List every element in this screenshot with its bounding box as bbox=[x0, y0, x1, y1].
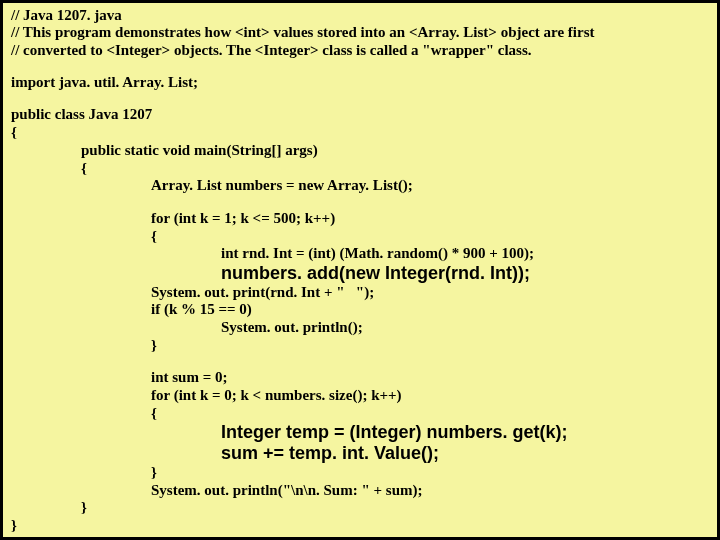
numbers-add-line: numbers. add(new Integer(rnd. Int)); bbox=[11, 263, 709, 284]
class-open-brace: { bbox=[11, 124, 709, 142]
sum-plus-line: sum += temp. int. Value(); bbox=[11, 443, 709, 464]
main-close-brace: } bbox=[11, 499, 709, 517]
for-loop-2: for (int k = 0; k < numbers. size(); k++… bbox=[11, 387, 709, 405]
sum-decl: int sum = 0; bbox=[11, 369, 709, 387]
code-slide: { "comments": { "l1": "// Java 1207. jav… bbox=[0, 0, 720, 540]
for-loop-1: for (int k = 1; k <= 500; k++) bbox=[11, 210, 709, 228]
if-mod-15: if (k % 15 == 0) bbox=[11, 301, 709, 319]
print-rnd: System. out. print(rnd. Int + " "); bbox=[11, 284, 709, 302]
class-close-brace: } bbox=[11, 517, 709, 535]
comment-line-3: // converted to <Integer> objects. The <… bbox=[11, 42, 709, 59]
blank-line bbox=[11, 59, 709, 74]
for2-open-brace: { bbox=[11, 405, 709, 423]
class-declaration: public class Java 1207 bbox=[11, 106, 709, 124]
main-signature: public static void main(String[] args) bbox=[11, 142, 709, 160]
for2-close-brace: } bbox=[11, 464, 709, 482]
blank-line bbox=[11, 354, 709, 369]
blank-line bbox=[11, 195, 709, 210]
println-sum: System. out. println("\n\n. Sum: " + sum… bbox=[11, 482, 709, 500]
blank-line bbox=[11, 91, 709, 106]
integer-temp-line: Integer temp = (Integer) numbers. get(k)… bbox=[11, 422, 709, 443]
rnd-int-decl: int rnd. Int = (int) (Math. random() * 9… bbox=[11, 245, 709, 263]
comment-line-2: // This program demonstrates how <int> v… bbox=[11, 24, 709, 41]
decl-numbers: Array. List numbers = new Array. List(); bbox=[11, 177, 709, 195]
for1-open-brace: { bbox=[11, 228, 709, 246]
println-blank: System. out. println(); bbox=[11, 319, 709, 337]
for1-close-brace: } bbox=[11, 337, 709, 355]
import-stmt: import java. util. Array. List; bbox=[11, 74, 709, 92]
main-open-brace: { bbox=[11, 160, 709, 178]
comment-line-1: // Java 1207. java bbox=[11, 7, 709, 24]
